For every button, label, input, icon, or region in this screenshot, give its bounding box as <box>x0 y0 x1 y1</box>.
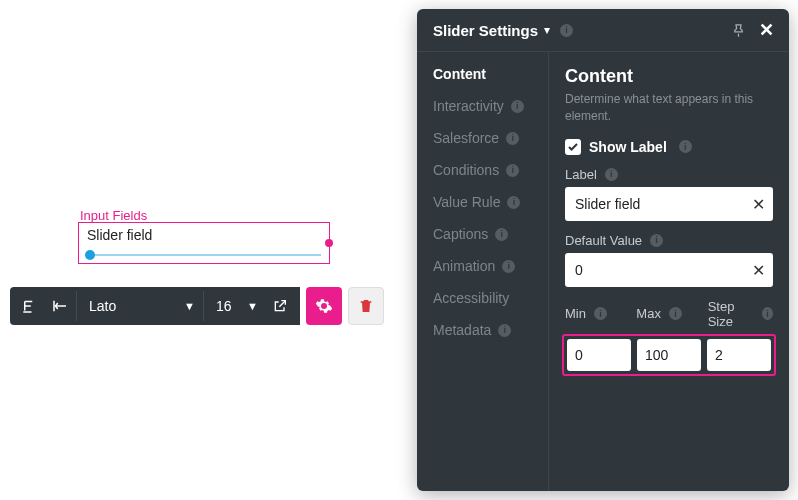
panel-body: ContentInteractivityiSalesforceiConditio… <box>417 52 789 491</box>
info-icon[interactable]: i <box>511 100 524 113</box>
section-header: Input Fields <box>80 208 147 223</box>
info-icon[interactable]: i <box>560 24 573 37</box>
info-icon[interactable]: i <box>605 168 618 181</box>
settings-button[interactable] <box>306 287 342 325</box>
step-input[interactable] <box>707 339 771 371</box>
clear-icon[interactable]: ✕ <box>752 260 765 279</box>
format-toolbar: Lato ▼ 16 ▼ <box>10 287 384 325</box>
section-title: Content <box>565 66 773 87</box>
info-icon[interactable]: i <box>507 196 520 209</box>
info-icon[interactable]: i <box>498 324 511 337</box>
toolbar-dark-group: Lato ▼ 16 ▼ <box>10 287 300 325</box>
section-description: Determine what text appears in this elem… <box>565 91 773 125</box>
panel-nav: ContentInteractivityiSalesforceiConditio… <box>417 52 549 491</box>
resize-handle[interactable] <box>325 239 333 247</box>
text-style-button[interactable] <box>16 291 44 321</box>
delete-button[interactable] <box>348 287 384 325</box>
panel-header: Slider Settings ▾ i ✕ <box>417 9 789 52</box>
settings-panel: Slider Settings ▾ i ✕ ContentInteractivi… <box>417 9 789 491</box>
nav-item-accessibility[interactable]: Accessibility <box>433 290 548 306</box>
info-icon[interactable]: i <box>495 228 508 241</box>
slider-line <box>87 254 321 256</box>
slider-track[interactable] <box>87 249 321 261</box>
nav-item-animation[interactable]: Animationi <box>433 258 548 274</box>
font-family-select[interactable]: Lato <box>79 291 199 321</box>
pin-icon[interactable] <box>727 19 749 41</box>
default-value-label: Default Value i <box>565 233 773 248</box>
max-input[interactable] <box>637 339 701 371</box>
info-icon[interactable]: i <box>506 164 519 177</box>
nav-item-conditions[interactable]: Conditionsi <box>433 162 548 178</box>
nav-item-metadata[interactable]: Metadatai <box>433 322 548 338</box>
info-icon[interactable]: i <box>679 140 692 153</box>
show-label-row: Show Label i <box>565 139 773 155</box>
font-size-select-wrap: 16 ▼ <box>203 291 264 321</box>
open-external-button[interactable] <box>266 291 294 321</box>
slider-thumb[interactable] <box>85 250 95 260</box>
label-field: Label i ✕ <box>565 167 773 221</box>
nav-item-interactivity[interactable]: Interactivityi <box>433 98 548 114</box>
close-icon[interactable]: ✕ <box>755 19 777 41</box>
info-icon[interactable]: i <box>762 307 773 320</box>
chevron-down-icon[interactable]: ▾ <box>544 23 550 37</box>
nav-item-captions[interactable]: Captionsi <box>433 226 548 242</box>
panel-title[interactable]: Slider Settings <box>433 22 538 39</box>
nav-item-salesforce[interactable]: Salesforcei <box>433 130 548 146</box>
font-family-select-wrap: Lato ▼ <box>76 291 201 321</box>
info-icon[interactable]: i <box>502 260 515 273</box>
nav-item-value-rule[interactable]: Value Rulei <box>433 194 548 210</box>
min-input[interactable] <box>567 339 631 371</box>
spacing-button[interactable] <box>46 291 74 321</box>
info-icon[interactable]: i <box>669 307 682 320</box>
label-field-label: Label i <box>565 167 773 182</box>
label-input[interactable] <box>565 187 773 221</box>
clear-icon[interactable]: ✕ <box>752 194 765 213</box>
default-value-input[interactable] <box>565 253 773 287</box>
default-value-field: Default Value i ✕ <box>565 233 773 287</box>
info-icon[interactable]: i <box>650 234 663 247</box>
range-labels: Mini Maxi Step Sizei <box>565 299 773 334</box>
nav-item-content[interactable]: Content <box>433 66 548 82</box>
slider-label: Slider field <box>87 227 321 243</box>
show-label-text: Show Label <box>589 139 667 155</box>
range-inputs <box>562 334 776 376</box>
slider-widget[interactable]: Slider field <box>78 222 330 264</box>
info-icon[interactable]: i <box>594 307 607 320</box>
show-label-checkbox[interactable] <box>565 139 581 155</box>
panel-content: Content Determine what text appears in t… <box>549 52 789 491</box>
font-size-select[interactable]: 16 <box>206 291 262 321</box>
info-icon[interactable]: i <box>506 132 519 145</box>
